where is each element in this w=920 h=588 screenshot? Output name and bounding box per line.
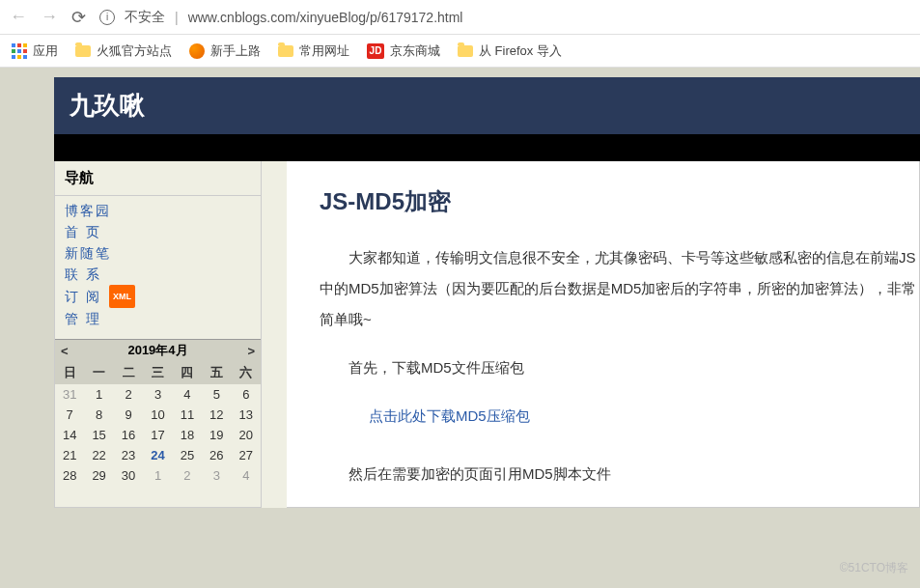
cal-day[interactable]: 16 — [114, 425, 143, 445]
address-bar[interactable]: i 不安全 | www.cnblogs.com/xinyueBlog/p/617… — [99, 9, 910, 26]
download-link[interactable]: 点击此处下载MD5压缩包 — [369, 401, 919, 432]
cal-day[interactable]: 19 — [202, 425, 231, 445]
article-title: JS-MD5加密 — [320, 186, 919, 217]
cal-day[interactable]: 28 — [55, 465, 84, 486]
article-main: JS-MD5加密 大家都知道，传输明文信息很不安全，尤其像密码、卡号等这些敏感私… — [287, 161, 920, 508]
cal-day[interactable]: 13 — [232, 405, 261, 425]
cal-day[interactable]: 15 — [84, 425, 113, 445]
cal-day[interactable]: 26 — [202, 445, 231, 465]
security-label: 不安全 — [125, 9, 165, 26]
cal-day[interactable]: 8 — [84, 405, 113, 425]
cal-dow: 一 — [84, 361, 113, 384]
cal-day[interactable]: 14 — [55, 425, 84, 445]
folder-icon — [75, 45, 91, 57]
cal-day[interactable]: 18 — [173, 425, 202, 445]
sidebar: 导航 博客园 首 页 新随笔 联 系 订 阅 XML 管 理 < 2019年4月… — [54, 161, 262, 508]
cal-title: 2019年4月 — [127, 342, 187, 359]
nav-cnblogs[interactable]: 博客园 — [65, 200, 251, 221]
cal-day[interactable]: 5 — [202, 384, 231, 405]
article-paragraph: 大家都知道，传输明文信息很不安全，尤其像密码、卡号等这些敏感私密的信息在前端JS… — [320, 242, 919, 335]
cal-dow: 六 — [232, 361, 261, 384]
bookmark-jd[interactable]: JD 京东商城 — [367, 42, 440, 60]
cal-dow: 四 — [173, 361, 202, 384]
cal-day[interactable]: 17 — [143, 425, 172, 445]
cal-day[interactable]: 2 — [173, 465, 202, 486]
apps-button[interactable]: 应用 — [12, 42, 58, 60]
cal-day[interactable]: 11 — [173, 405, 202, 425]
bookmark-firefox-site[interactable]: 火狐官方站点 — [75, 42, 172, 60]
jd-icon: JD — [367, 43, 384, 59]
bookmark-firefox-import[interactable]: 从 Firefox 导入 — [458, 42, 562, 60]
nav-heading: 导航 — [55, 161, 261, 196]
nav-newpost[interactable]: 新随笔 — [65, 242, 251, 264]
article-paragraph: 首先，下载MD5文件压缩包 — [348, 352, 919, 383]
cal-day[interactable]: 1 — [84, 384, 113, 405]
cal-dow: 五 — [202, 361, 231, 384]
cal-day[interactable]: 1 — [143, 465, 172, 486]
cal-day[interactable]: 4 — [232, 465, 261, 486]
cal-day[interactable]: 10 — [143, 405, 172, 425]
bookmark-common[interactable]: 常用网址 — [278, 42, 349, 60]
cal-day[interactable]: 23 — [114, 445, 143, 465]
nav-bar — [54, 134, 920, 161]
watermark: ©51CTO博客 — [840, 560, 908, 576]
cal-dow: 二 — [114, 361, 143, 384]
cal-prev[interactable]: < — [61, 344, 69, 358]
calendar-widget: < 2019年4月 > 日一二三四五六311234567891011121314… — [55, 339, 261, 486]
folder-icon — [458, 45, 473, 57]
article-paragraph: 然后在需要加密的页面引用MD5脚本文件 — [348, 459, 919, 490]
nav-admin[interactable]: 管 理 — [65, 308, 251, 329]
cal-day[interactable]: 9 — [114, 405, 143, 425]
apps-icon — [12, 43, 27, 59]
cal-day[interactable]: 21 — [55, 445, 84, 465]
cal-day[interactable]: 25 — [173, 445, 202, 465]
bookmark-newbie[interactable]: 新手上路 — [189, 42, 261, 60]
back-button[interactable]: ← — [10, 7, 27, 27]
forward-button[interactable]: → — [41, 7, 58, 27]
cal-next[interactable]: > — [247, 344, 255, 358]
nav-contact[interactable]: 联 系 — [65, 264, 251, 285]
cal-day[interactable]: 27 — [232, 445, 261, 465]
xml-badge-icon: XML — [109, 285, 135, 308]
browser-toolbar: ← → ⟳ i 不安全 | www.cnblogs.com/xinyueBlog… — [0, 0, 920, 35]
cal-day[interactable]: 4 — [173, 384, 202, 405]
cal-day[interactable]: 29 — [84, 465, 113, 486]
cal-day[interactable]: 24 — [143, 445, 172, 465]
bookmarks-bar: 应用 火狐官方站点 新手上路 常用网址 JD 京东商城 从 Firefox 导入 — [0, 35, 920, 68]
cal-day[interactable]: 3 — [143, 384, 172, 405]
cal-day[interactable]: 30 — [114, 465, 143, 486]
cal-day[interactable]: 22 — [84, 445, 113, 465]
firefox-icon — [189, 43, 205, 59]
cal-day[interactable]: 12 — [202, 405, 231, 425]
cal-day[interactable]: 7 — [55, 405, 84, 425]
cal-day[interactable]: 2 — [114, 384, 143, 405]
reload-button[interactable]: ⟳ — [71, 7, 86, 28]
info-icon[interactable]: i — [99, 10, 115, 25]
url-text: www.cnblogs.com/xinyueBlog/p/6179172.htm… — [188, 10, 463, 25]
nav-home[interactable]: 首 页 — [65, 221, 251, 242]
cal-dow: 日 — [55, 361, 84, 384]
blog-title[interactable]: 九玖啾 — [70, 91, 145, 120]
nav-subscribe[interactable]: 订 阅 XML — [65, 285, 251, 308]
folder-icon — [278, 45, 293, 57]
cal-day[interactable]: 31 — [55, 384, 84, 405]
blog-header: 九玖啾 — [54, 77, 920, 134]
cal-dow: 三 — [143, 361, 172, 384]
cal-day[interactable]: 3 — [202, 465, 231, 486]
cal-day[interactable]: 6 — [232, 384, 261, 405]
cal-day[interactable]: 20 — [232, 425, 261, 445]
